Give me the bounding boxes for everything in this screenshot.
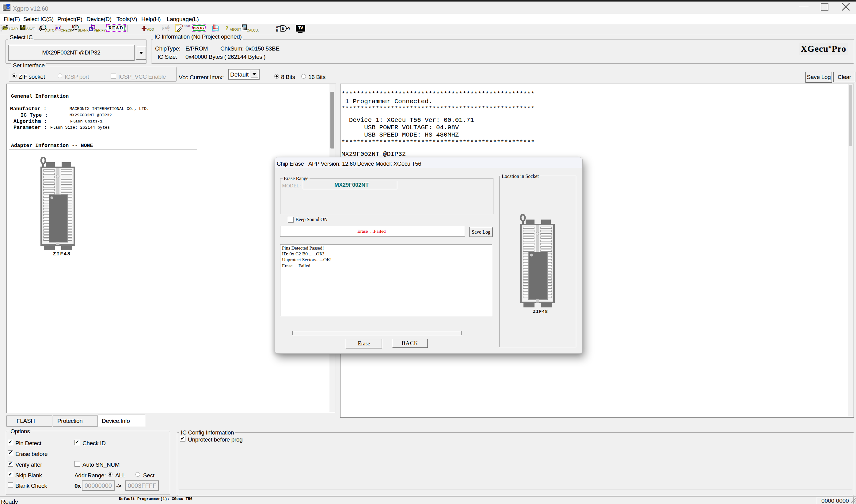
svg-text:ID: ID — [56, 26, 60, 30]
svg-text:&: & — [282, 26, 284, 31]
svg-text:FF: FF — [72, 24, 77, 29]
svg-text:RAM: RAM — [162, 26, 170, 30]
svg-text:B: B — [276, 29, 278, 32]
svg-text:A: A — [276, 25, 278, 29]
svg-text:A: A — [39, 25, 42, 31]
svg-text:Y: Y — [288, 27, 290, 31]
